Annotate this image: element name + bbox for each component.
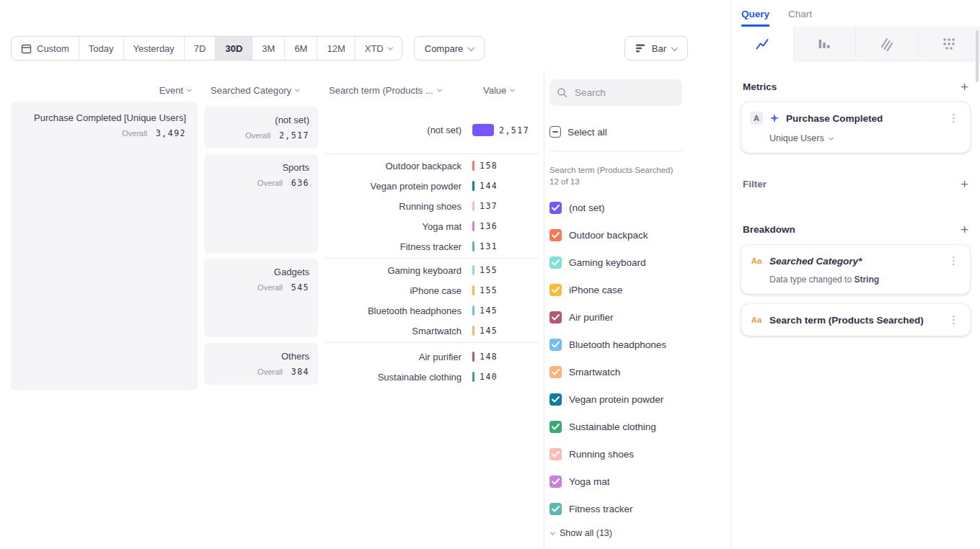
table-row[interactable]: Running shoes 137 xyxy=(325,196,539,216)
category-cell[interactable]: Sports Overall 636 xyxy=(204,154,318,253)
date-range-xtd[interactable]: XTD xyxy=(355,37,402,60)
legend-item[interactable]: Gaming keyboard xyxy=(549,249,730,276)
date-range-30d[interactable]: 30D xyxy=(215,37,252,60)
table-group: (not set) Overall 2,517 (not set) 2,517 xyxy=(204,107,539,154)
date-range-preset-label: 3M xyxy=(262,43,275,54)
legend-checkbox[interactable] xyxy=(549,448,562,460)
table-row[interactable]: iPhone case 155 xyxy=(325,280,539,300)
legend-checkbox[interactable] xyxy=(549,284,562,296)
kebab-menu-icon[interactable]: ⋮ xyxy=(946,254,961,267)
table-row[interactable]: Smartwatch 145 xyxy=(325,321,539,341)
search-term: Air purifier xyxy=(325,352,462,362)
metric-card[interactable]: A Purchase Completed ⋮ Unique Users xyxy=(741,102,970,153)
event-cell[interactable]: Purchase Completed [Unique Users] Overal… xyxy=(11,102,198,390)
tab-chart[interactable]: Chart xyxy=(788,9,812,27)
string-type-icon: Aa xyxy=(750,256,763,265)
kebab-menu-icon[interactable]: ⋮ xyxy=(946,313,961,326)
category-cell[interactable]: (not set) Overall 2,517 xyxy=(204,107,318,148)
table-row[interactable]: Air purifier 148 xyxy=(325,347,539,367)
compare-button[interactable]: Compare xyxy=(414,36,485,61)
value-text: 155 xyxy=(480,265,498,275)
table-row[interactable]: Bluetooth headphones 145 xyxy=(325,300,539,321)
table-row[interactable]: Gaming keyboard 155 xyxy=(325,260,539,280)
tab-insights[interactable] xyxy=(731,27,794,61)
legend-checkbox[interactable] xyxy=(549,393,562,406)
legend-checkbox[interactable] xyxy=(549,202,562,214)
add-metric-button[interactable]: + xyxy=(961,82,968,92)
column-header-value-label: Value xyxy=(483,85,506,96)
date-range-6m[interactable]: 6M xyxy=(284,37,317,60)
add-filter-button[interactable]: + xyxy=(961,179,968,189)
legend-item[interactable]: Vegan protein powder xyxy=(549,385,730,413)
breakdown-card-searched-category[interactable]: Aa Searched Category* ⋮ Data type change… xyxy=(741,245,970,294)
legend-item[interactable]: Bluetooth headphones xyxy=(549,331,730,358)
legend-item[interactable]: iPhone case xyxy=(549,276,730,303)
value-text: 136 xyxy=(480,221,498,231)
kebab-menu-icon[interactable]: ⋮ xyxy=(946,112,961,125)
legend-item[interactable]: Smartwatch xyxy=(549,358,730,385)
legend-item[interactable]: (not set) xyxy=(549,194,730,221)
tab-flows[interactable] xyxy=(919,27,980,61)
table-group: Gadgets Overall 545 Gaming keyboard 155 … xyxy=(204,259,539,343)
table-row[interactable]: Outdoor backpack 158 xyxy=(325,156,539,176)
value-text: 140 xyxy=(480,372,498,382)
legend-checkbox[interactable] xyxy=(549,421,562,433)
search-term: iPhone case xyxy=(325,285,462,296)
legend-item[interactable]: Running shoes xyxy=(549,440,730,468)
show-all-toggle[interactable]: Show all (13) xyxy=(551,528,612,538)
legend-checkbox[interactable] xyxy=(549,229,562,241)
measure-selector[interactable]: Unique Users xyxy=(750,133,961,143)
column-header-event[interactable]: Event xyxy=(11,81,191,99)
legend-item[interactable]: Sustainable clothing xyxy=(549,413,730,440)
search-term: (not set) xyxy=(325,125,462,135)
chevron-down-icon xyxy=(550,530,555,535)
tab-retention[interactable] xyxy=(856,27,919,61)
date-range-yesterday[interactable]: Yesterday xyxy=(123,37,184,60)
search-term: Yoga mat xyxy=(325,221,462,232)
legend-item[interactable]: Outdoor backpack xyxy=(549,221,730,249)
legend-checkbox[interactable] xyxy=(549,476,562,488)
legend-item[interactable]: Yoga mat xyxy=(549,468,730,495)
column-header-search-term[interactable]: Search term (Products ... xyxy=(329,81,441,99)
legend-item[interactable]: Air purifier xyxy=(549,303,730,331)
date-range-group: Custom Today Yesterday 7D 30D 3M 6M 12M … xyxy=(11,36,402,61)
legend-checkbox[interactable] xyxy=(549,339,562,351)
date-range-custom[interactable]: Custom xyxy=(12,37,79,60)
tab-query[interactable]: Query xyxy=(741,9,769,27)
legend-checkbox[interactable] xyxy=(549,311,562,323)
scrollbar-thumb[interactable] xyxy=(976,30,979,82)
date-range-3m[interactable]: 3M xyxy=(252,37,284,60)
table-row[interactable]: (not set) 2,517 xyxy=(325,120,539,140)
filter-section-header: Filter + xyxy=(731,179,980,189)
category-cell[interactable]: Others Overall 384 xyxy=(204,343,318,385)
select-all[interactable]: Select all xyxy=(549,126,607,138)
table-row[interactable]: Fitness tracker 131 xyxy=(325,236,539,256)
legend-separator xyxy=(549,151,682,151)
column-header-searched-category[interactable]: Searched Category xyxy=(211,81,299,99)
search-term: Gaming keyboard xyxy=(325,265,462,276)
add-breakdown-button[interactable]: + xyxy=(961,225,968,235)
table-row[interactable]: Yoga mat 136 xyxy=(325,216,539,236)
string-type-icon: Aa xyxy=(750,316,763,324)
legend-checkbox[interactable] xyxy=(549,256,562,269)
date-range-today[interactable]: Today xyxy=(79,37,123,60)
column-header-value[interactable]: Value xyxy=(483,81,514,99)
date-range-7d[interactable]: 7D xyxy=(184,37,216,60)
tab-funnels[interactable] xyxy=(794,27,857,61)
value-bar xyxy=(472,124,494,136)
chart-type-button[interactable]: Bar xyxy=(624,36,688,61)
show-all-label: Show all (13) xyxy=(560,528,612,538)
table-row[interactable]: Vegan protein powder 144 xyxy=(325,176,539,196)
table-row[interactable]: Sustainable clothing 140 xyxy=(325,367,539,387)
category-cell[interactable]: Gadgets Overall 545 xyxy=(204,259,318,337)
search-input[interactable] xyxy=(573,86,667,99)
select-all-checkbox[interactable] xyxy=(549,126,561,138)
legend-item[interactable]: Fitness tracker xyxy=(549,495,730,522)
legend-checkbox[interactable] xyxy=(549,503,562,515)
category-overall-value: 384 xyxy=(291,367,309,377)
category-overall-label: Overall xyxy=(257,367,283,376)
value-bar xyxy=(472,221,474,231)
breakdown-card-search-term[interactable]: Aa Search term (Products Searched) ⋮ xyxy=(741,304,970,336)
date-range-12m[interactable]: 12M xyxy=(317,37,354,60)
legend-checkbox[interactable] xyxy=(549,366,562,378)
